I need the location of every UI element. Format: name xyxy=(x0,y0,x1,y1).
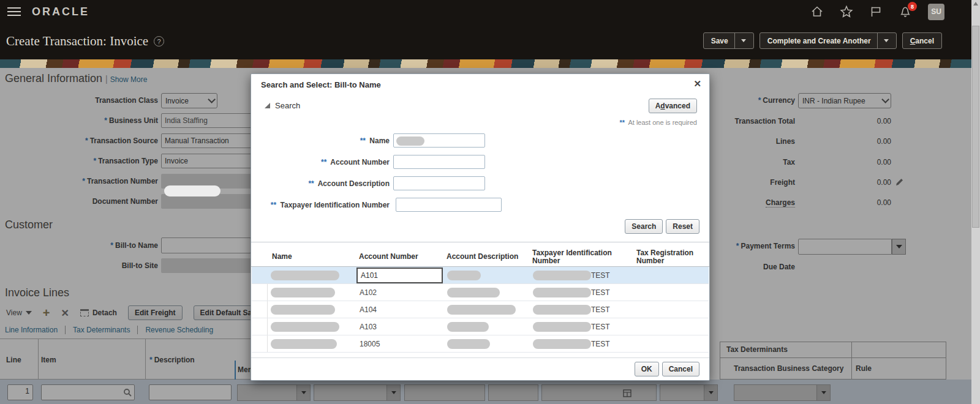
transaction-business-category-select[interactable] xyxy=(734,384,831,401)
tab-line-information[interactable]: Line Information xyxy=(5,326,58,334)
rule-header: Rule xyxy=(856,364,872,373)
taxpayer-id-label: ** Taxpayer Identification Number xyxy=(255,201,390,209)
dropdown-arrow-icon[interactable] xyxy=(704,385,717,400)
search-magnifier-icon[interactable] xyxy=(123,388,132,397)
app-header: ORACLE 8 SU Create Transaction: Invoice … xyxy=(0,0,980,59)
results-account-number-header: Account Number xyxy=(359,253,418,261)
vertical-scrollbar[interactable] xyxy=(971,0,980,404)
tab-revenue-scheduling[interactable]: Revenue Scheduling xyxy=(145,326,213,334)
redaction-blob xyxy=(533,271,591,280)
line-column-header: Line xyxy=(6,356,21,364)
payment-terms-dropdown-button[interactable] xyxy=(892,239,906,255)
bill-to-site-label: Bill-to Site xyxy=(5,261,158,270)
delete-row-icon[interactable]: ✕ xyxy=(61,307,69,319)
payment-terms-field[interactable] xyxy=(798,239,892,255)
account-description-search-field[interactable] xyxy=(393,176,485,190)
dropdown-arrow-icon[interactable] xyxy=(386,385,400,400)
transaction-business-category-header: Transaction Business Category xyxy=(734,364,843,373)
favorites-star-icon[interactable] xyxy=(840,5,853,18)
result-row[interactable]: A103 TEST xyxy=(252,318,709,335)
transaction-class-label: Transaction Class xyxy=(5,96,158,105)
home-icon[interactable] xyxy=(810,5,824,18)
save-dropdown-icon[interactable] xyxy=(741,39,746,42)
menu-icon[interactable] xyxy=(7,5,21,18)
edit-freight-button[interactable]: Edit Freight xyxy=(128,305,183,320)
transaction-number-label: *Transaction Number xyxy=(5,177,158,185)
disclosure-triangle-icon xyxy=(265,103,270,108)
line-number-field[interactable]: 1 xyxy=(7,384,33,400)
at-least-one-required-note: ** At least one is required xyxy=(619,119,697,126)
transaction-source-field[interactable]: Manual Transaction xyxy=(161,133,253,148)
transaction-class-select[interactable]: Invoice xyxy=(161,93,217,108)
bottom-row-field-1[interactable] xyxy=(404,384,485,401)
notifications-bell-icon[interactable]: 8 xyxy=(899,5,912,18)
close-icon[interactable]: ✕ xyxy=(693,78,701,89)
user-avatar[interactable]: SU xyxy=(928,4,944,20)
redaction-blob xyxy=(447,322,489,332)
dropdown-arrow-icon[interactable] xyxy=(296,385,310,400)
result-row[interactable]: 18005 TEST xyxy=(252,335,709,353)
bottom-row-date-field[interactable] xyxy=(541,384,657,401)
scrollbar-thumb[interactable] xyxy=(972,26,979,228)
edit-pencil-icon[interactable] xyxy=(895,178,904,187)
account-number-search-field[interactable] xyxy=(393,155,485,169)
bottom-row-field-2[interactable] xyxy=(488,384,538,401)
dialog-cancel-button[interactable]: Cancel xyxy=(662,362,699,376)
invoice-lines-heading: Invoice Lines xyxy=(5,286,69,299)
scrollbar-up-arrow-icon[interactable] xyxy=(973,2,978,6)
freight-value: 0.00 xyxy=(842,178,891,187)
view-menu-button[interactable]: View xyxy=(6,309,32,317)
cancel-button[interactable]: Cancel xyxy=(902,32,942,49)
transaction-type-field[interactable]: Invoice xyxy=(161,154,253,168)
name-field[interactable] xyxy=(393,133,485,148)
redaction-blob xyxy=(447,339,490,349)
redaction-blob xyxy=(271,322,339,332)
search-button[interactable]: Search xyxy=(625,219,663,234)
add-row-icon[interactable]: + xyxy=(43,307,50,318)
results-taxpayer-id-header: Taxpayer Identification Number xyxy=(532,249,612,265)
redaction-blob xyxy=(271,339,337,349)
result-row[interactable]: A102 TEST xyxy=(252,284,709,301)
advanced-button[interactable]: Advanced xyxy=(649,99,697,113)
dropdown-arrow-icon[interactable] xyxy=(816,385,830,400)
flag-icon[interactable] xyxy=(869,5,883,18)
bill-to-name-field[interactable] xyxy=(161,238,251,253)
bottom-row-select-3[interactable] xyxy=(660,384,718,401)
business-unit-field[interactable]: India Staffing xyxy=(161,113,253,128)
results-account-description-header: Account Description xyxy=(447,253,518,261)
customer-heading: Customer xyxy=(5,219,53,231)
calendar-icon[interactable] xyxy=(623,389,631,397)
ok-button[interactable]: OK xyxy=(635,362,659,376)
item-column-header: Item xyxy=(41,356,56,364)
complete-dropdown-icon[interactable] xyxy=(884,39,889,42)
complete-and-create-another-button[interactable]: Complete and Create Another xyxy=(760,32,897,49)
result-row-selected[interactable]: A101 TEST xyxy=(252,267,709,284)
redaction-blob xyxy=(271,271,339,280)
charges-value: 0.00 xyxy=(842,198,891,207)
detach-button[interactable]: Detach xyxy=(80,309,117,317)
results-tax-registration-header: Tax Registration Number xyxy=(636,249,698,265)
result-row[interactable]: A104 TEST xyxy=(252,301,709,318)
description-column-header: *Description xyxy=(149,356,195,364)
show-more-link[interactable]: Show More xyxy=(110,75,148,84)
taxpayer-id-search-field[interactable] xyxy=(396,198,502,212)
business-unit-label: *Business Unit xyxy=(5,116,158,125)
account-number-cell-focused[interactable]: A101 xyxy=(356,267,443,283)
reset-button[interactable]: Reset xyxy=(666,219,699,234)
currency-select[interactable]: INR - Indian Rupee xyxy=(798,93,891,108)
redaction-blob xyxy=(447,288,500,297)
redaction-blob xyxy=(164,185,221,196)
search-disclosure[interactable]: Search xyxy=(265,101,300,110)
detach-icon xyxy=(80,309,89,316)
help-icon[interactable]: ? xyxy=(154,36,164,47)
save-button[interactable]: Save xyxy=(703,32,754,49)
chevron-down-icon xyxy=(208,95,216,103)
results-name-header: Name xyxy=(272,253,292,261)
description-field[interactable] xyxy=(149,384,232,400)
dropdown-arrow-icon xyxy=(26,311,32,315)
item-field[interactable] xyxy=(41,384,135,400)
tab-tax-determinants[interactable]: Tax Determinants xyxy=(73,326,130,334)
bill-to-name-label: *Bill-to Name xyxy=(5,241,158,250)
bottom-row-select-2[interactable] xyxy=(314,384,401,401)
bottom-row-select-1[interactable] xyxy=(237,384,311,401)
